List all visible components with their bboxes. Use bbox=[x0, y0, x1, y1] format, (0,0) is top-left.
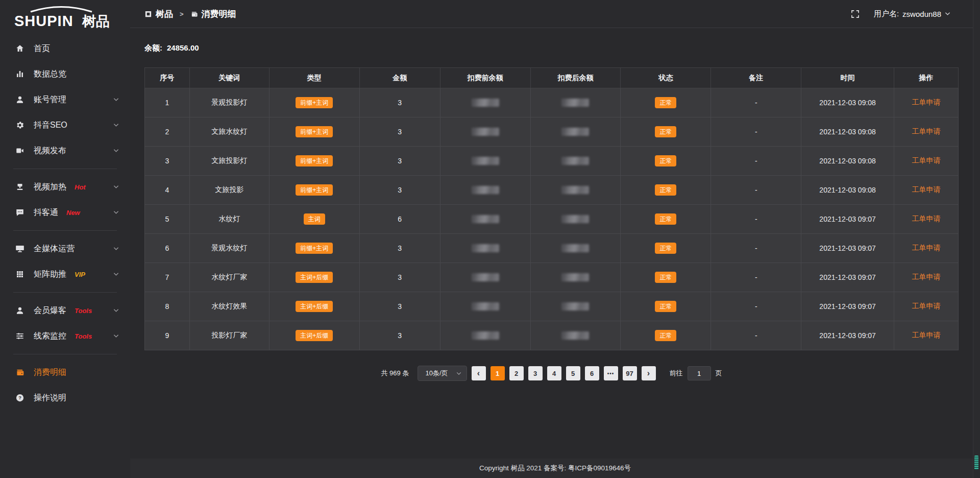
chevron-down-icon bbox=[113, 210, 119, 214]
table-row: 4文旅投影前缀+主词3正常-2021-12-03 09:08工单申请 bbox=[145, 176, 959, 205]
breadcrumb-label: 树品 bbox=[156, 8, 173, 20]
masked-value bbox=[472, 331, 499, 340]
breadcrumb-item-consumption-detail[interactable]: 消费明细 bbox=[190, 8, 236, 20]
cell-balance-after bbox=[530, 321, 621, 350]
balance-value: 24856.00 bbox=[167, 43, 199, 52]
cell-note: - bbox=[711, 234, 801, 263]
cell-amount: 3 bbox=[359, 292, 440, 321]
heat-icon bbox=[15, 182, 26, 192]
sidebar-item-data-overview[interactable]: 数据总览 bbox=[0, 61, 130, 87]
sidebar-item-tag: New bbox=[66, 209, 80, 217]
breadcrumb-label: 消费明细 bbox=[202, 8, 236, 20]
cell-balance-before bbox=[440, 321, 530, 350]
work-order-apply-link[interactable]: 工单申请 bbox=[912, 98, 940, 106]
cell-time: 2021-12-03 09:07 bbox=[801, 292, 894, 321]
page-scrollbar[interactable] bbox=[973, 0, 980, 478]
prev-page-button[interactable]: ‹ bbox=[472, 366, 486, 380]
sidebar-item-home[interactable]: 首页 bbox=[0, 36, 130, 61]
cell-action: 工单申请 bbox=[894, 147, 958, 176]
sidebar-item-video-publish[interactable]: 视频发布 bbox=[0, 138, 130, 163]
page-button-6[interactable]: 6 bbox=[585, 366, 599, 380]
masked-value bbox=[472, 273, 499, 281]
cell-note: - bbox=[711, 263, 801, 292]
cell-time: 2021-12-03 09:07 bbox=[801, 205, 894, 234]
home-icon bbox=[15, 43, 26, 54]
work-order-apply-link[interactable]: 工单申请 bbox=[912, 185, 940, 194]
cell-balance-after bbox=[530, 263, 621, 292]
sidebar-item-video-heat[interactable]: 视频加热Hot bbox=[0, 174, 130, 200]
work-order-apply-link[interactable]: 工单申请 bbox=[912, 156, 940, 164]
work-order-apply-link[interactable]: 工单申请 bbox=[912, 331, 940, 339]
type-badge: 前缀+主词 bbox=[296, 184, 333, 196]
status-badge: 正常 bbox=[655, 97, 676, 108]
masked-value bbox=[561, 244, 589, 252]
sidebar-item-clue-monitor[interactable]: 线索监控Tools bbox=[0, 323, 130, 349]
sidebar-item-account-management[interactable]: 账号管理 bbox=[0, 87, 130, 112]
table-row: 1景观投影灯前缀+主词3正常-2021-12-03 09:08工单申请 bbox=[145, 88, 959, 117]
page-button-4[interactable]: 4 bbox=[547, 366, 561, 380]
sidebar-item-matrix-boost[interactable]: 矩阵助推VIP bbox=[0, 261, 130, 287]
chevron-down-icon bbox=[113, 272, 119, 276]
sidebar-item-all-media-operation[interactable]: 全媒体运营 bbox=[0, 236, 130, 261]
status-badge: 正常 bbox=[655, 243, 676, 254]
sidebar-item-label: 抖音SEO bbox=[34, 120, 67, 131]
cell-status: 正常 bbox=[621, 117, 711, 147]
sidebar-item-consumption-detail[interactable]: 消费明细 bbox=[0, 360, 130, 385]
sidebar-item-douyin-seo[interactable]: 抖音SEO bbox=[0, 112, 130, 138]
goto-label: 前往 bbox=[670, 369, 683, 378]
fullscreen-icon[interactable] bbox=[851, 10, 860, 18]
cell-type: 前缀+主词 bbox=[269, 117, 359, 147]
cell-seq: 1 bbox=[145, 88, 190, 117]
page-button-5[interactable]: 5 bbox=[566, 366, 580, 380]
work-order-apply-link[interactable]: 工单申请 bbox=[912, 273, 940, 281]
cell-balance-before bbox=[440, 117, 530, 147]
page-button-3[interactable]: 3 bbox=[528, 366, 543, 380]
logo-text-en: SHUPIN bbox=[14, 13, 74, 29]
goto-page-input[interactable] bbox=[688, 366, 711, 380]
work-order-apply-link[interactable]: 工单申请 bbox=[912, 127, 940, 135]
page-size-select[interactable]: 10条/页 bbox=[418, 366, 467, 381]
chevron-down-icon bbox=[456, 372, 461, 375]
sidebar-item-operation-guide[interactable]: ?操作说明 bbox=[0, 385, 130, 411]
cell-amount: 3 bbox=[359, 176, 440, 205]
sidebar-divider bbox=[13, 292, 117, 293]
work-order-apply-link[interactable]: 工单申请 bbox=[912, 302, 940, 310]
page-button-1[interactable]: 1 bbox=[491, 366, 505, 380]
masked-value bbox=[472, 186, 499, 194]
work-order-apply-link[interactable]: 工单申请 bbox=[912, 244, 940, 252]
cell-note: - bbox=[711, 321, 801, 350]
chevron-down-icon bbox=[113, 98, 119, 102]
cell-time: 2021-12-03 09:07 bbox=[801, 321, 894, 350]
sidebar-item-label: 全媒体运营 bbox=[34, 244, 75, 254]
sidebar-menu: 首页数据总览账号管理抖音SEO视频发布视频加热Hot抖客通New全媒体运营矩阵助… bbox=[0, 36, 130, 411]
breadcrumb-item-shupin[interactable]: 树品 bbox=[144, 8, 173, 20]
user-menu[interactable]: 用户名: zswodun88 bbox=[874, 9, 950, 19]
masked-value bbox=[472, 302, 499, 310]
username-label: 用户名: bbox=[874, 9, 899, 19]
column-header-balance-before: 扣费前余额 bbox=[440, 68, 530, 88]
cell-note: - bbox=[711, 88, 801, 117]
status-badge: 正常 bbox=[655, 272, 676, 283]
page-size-value: 10条/页 bbox=[425, 369, 448, 378]
page-button-97[interactable]: 97 bbox=[623, 366, 637, 380]
username-value: zswodun88 bbox=[902, 10, 941, 18]
bar-chart-icon bbox=[15, 69, 26, 79]
goto-suffix: 页 bbox=[716, 369, 722, 378]
sidebar-item-label: 账号管理 bbox=[34, 94, 66, 105]
masked-value bbox=[561, 215, 589, 223]
cell-balance-after bbox=[530, 234, 621, 263]
type-badge: 主词+后缀 bbox=[296, 272, 333, 283]
work-order-apply-link[interactable]: 工单申请 bbox=[912, 214, 940, 223]
sidebar-item-label: 首页 bbox=[34, 43, 50, 54]
scrollbar-marker bbox=[974, 456, 978, 470]
cell-action: 工单申请 bbox=[894, 292, 958, 321]
cell-status: 正常 bbox=[621, 234, 711, 263]
monitor-icon bbox=[15, 244, 26, 254]
sidebar-item-douketong[interactable]: 抖客通New bbox=[0, 200, 130, 225]
page-button-2[interactable]: 2 bbox=[509, 366, 524, 380]
column-header-balance-after: 扣费后余额 bbox=[530, 68, 621, 88]
next-page-button[interactable]: › bbox=[642, 366, 656, 380]
cell-balance-after bbox=[530, 147, 621, 176]
ellipsis-button[interactable]: ••• bbox=[604, 366, 618, 380]
sidebar-item-member-baoke[interactable]: 会员爆客Tools bbox=[0, 298, 130, 323]
